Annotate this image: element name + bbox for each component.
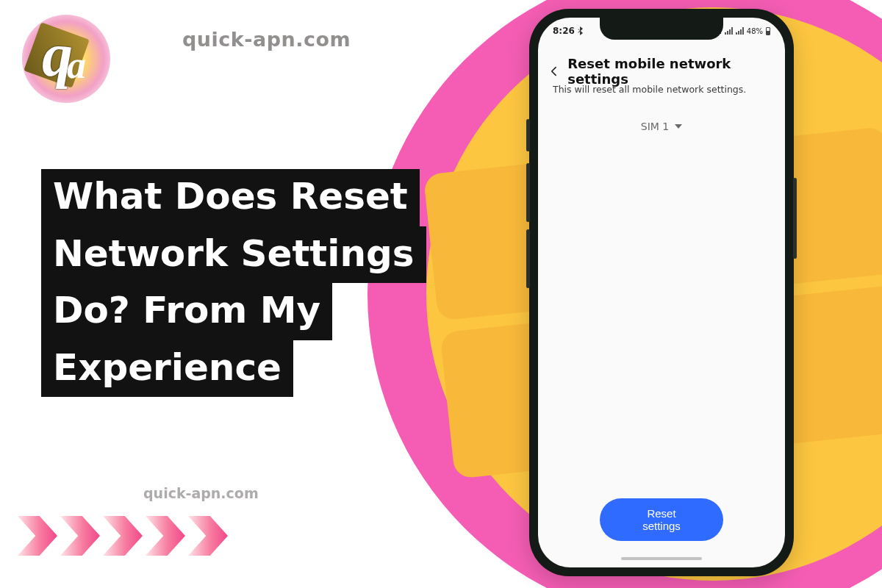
watermark-bottom: quick-apn.com xyxy=(143,485,259,501)
phone-volume-up xyxy=(526,163,530,222)
signal-icon xyxy=(736,27,744,35)
watermark-top: quick-apn.com xyxy=(182,28,351,51)
status-time: 8:26 xyxy=(553,26,575,36)
headline-line: Experience xyxy=(41,340,293,398)
status-battery-pct: 48% xyxy=(747,27,763,35)
article-headline: What Does Reset Network Settings Do? Fro… xyxy=(41,169,426,397)
headline-line: What Does Reset xyxy=(41,169,420,226)
battery-icon xyxy=(766,27,770,35)
logo-letter-a: a xyxy=(67,43,86,87)
phone-notch xyxy=(600,18,723,40)
brand-logo: q a xyxy=(22,15,110,103)
chevron-right-icon xyxy=(103,516,143,556)
phone-mockup: 8:26 LTE1 48% Reset mobile network setti… xyxy=(529,9,794,576)
chevron-right-icon xyxy=(18,516,57,556)
sim-selected-label: SIM 1 xyxy=(641,121,669,132)
chevron-right-icon xyxy=(188,516,228,556)
phone-power-button xyxy=(793,178,797,259)
chevron-right-icon xyxy=(60,516,100,556)
headline-line: Do? From My xyxy=(41,283,332,340)
sim-selector[interactable]: SIM 1 xyxy=(538,121,785,132)
page-title: Reset mobile network settings xyxy=(567,56,773,87)
reset-settings-button[interactable]: Reset settings xyxy=(600,498,723,541)
chevron-down-icon xyxy=(675,124,682,129)
phone-mute-switch xyxy=(526,119,530,151)
headline-line: Network Settings xyxy=(41,226,426,284)
signal-icon xyxy=(725,27,733,35)
back-icon[interactable] xyxy=(548,65,560,78)
home-indicator[interactable] xyxy=(621,557,702,560)
chevron-decoration xyxy=(18,516,228,556)
bluetooth-icon xyxy=(578,26,584,35)
phone-screen: 8:26 LTE1 48% Reset mobile network setti… xyxy=(538,18,785,567)
chevron-right-icon xyxy=(146,516,185,556)
settings-description: This will reset all mobile network setti… xyxy=(553,84,770,95)
phone-volume-down xyxy=(526,229,530,288)
